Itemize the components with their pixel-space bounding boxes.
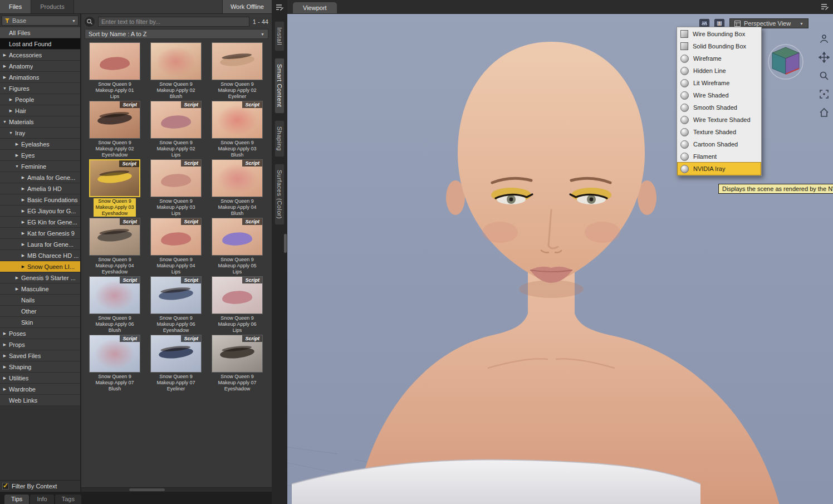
tab-tags[interactable]: Tags <box>55 495 81 504</box>
tab-products[interactable]: Products <box>31 0 74 13</box>
menu-item-wire-shaded[interactable]: Wire Shaded <box>678 89 761 101</box>
asset-item-snow-queen-9-makeup-apply-01-lips[interactable]: Snow Queen 9Makeup Apply 01Lips <box>85 42 145 100</box>
tree-item-people[interactable]: ▶People <box>0 94 80 105</box>
work-offline-button[interactable]: Work Offline <box>222 0 272 13</box>
tree-item-amala-for-gene[interactable]: ▶Amala for Gene... <box>0 172 80 183</box>
tree-item-nails[interactable]: Nails <box>0 295 80 306</box>
frame-view-icon[interactable] <box>818 88 830 100</box>
tree-item-iray[interactable]: ▼Iray <box>0 128 80 139</box>
side-tab-smart-content[interactable]: Smart Content <box>275 58 285 113</box>
tree-item-anatomy[interactable]: ▶Anatomy <box>0 61 80 72</box>
asset-item-snow-queen-9-makeup-apply-02-blush[interactable]: Snow Queen 9Makeup Apply 02Blush <box>146 42 206 100</box>
sphere-icon <box>680 165 689 173</box>
menu-item-nvidia-iray[interactable]: NVIDIA Iray <box>678 163 761 175</box>
search-input[interactable] <box>98 17 249 27</box>
menu-item-cartoon-shaded[interactable]: Cartoon Shaded <box>678 138 761 150</box>
panel-menu-icon[interactable] <box>820 2 830 14</box>
tree-item-eyelashes[interactable]: ▶Eyelashes <box>0 139 80 150</box>
scrollbar-handle[interactable] <box>129 488 165 491</box>
tree-item-basic-foundations[interactable]: ▶Basic Foundations <box>0 194 80 205</box>
tree-item-eg-jiayou-for-g[interactable]: ▶EG Jiayou for G... <box>0 205 80 217</box>
tree-item-other[interactable]: Other <box>0 306 80 317</box>
tree-item-amelia-9-hd[interactable]: ▶Amelia 9 HD <box>0 183 80 194</box>
menu-item-smooth-shaded[interactable]: Smooth Shaded <box>678 101 761 114</box>
asset-item-snow-queen-9-makeup-apply-05-lips[interactable]: ScriptSnow Queen 9Makeup Apply 05Lips <box>207 218 267 275</box>
menu-item-hidden-line[interactable]: Hidden Line <box>678 65 761 77</box>
tree-item-accessories[interactable]: ▶Accessories <box>0 50 80 61</box>
filter-by-context-checkbox[interactable] <box>2 483 9 490</box>
tree-item-kat-for-genesis-9[interactable]: ▶Kat for Genesis 9 <box>0 228 80 239</box>
tree-item-skin[interactable]: Skin <box>0 317 80 328</box>
tree-item-label: Hair <box>15 107 26 114</box>
tab-info[interactable]: Info <box>30 495 53 504</box>
asset-item-snow-queen-9-makeup-apply-03-eyeshadow[interactable]: ScriptSnow Queen 9Makeup Apply 03Eyeshad… <box>85 159 145 217</box>
asset-item-snow-queen-9-makeup-apply-07-blush[interactable]: ScriptSnow Queen 9Makeup Apply 07Blush <box>85 335 145 392</box>
asset-item-snow-queen-9-makeup-apply-02-lips[interactable]: ScriptSnow Queen 9Makeup Apply 02Lips <box>146 101 206 158</box>
asset-item-snow-queen-9-makeup-apply-04-eyeshadow[interactable]: ScriptSnow Queen 9Makeup Apply 04Eyeshad… <box>85 218 145 275</box>
menu-item-wire-texture-shaded[interactable]: Wire Texture Shaded <box>678 114 761 126</box>
tree-item-feminine[interactable]: ▼Feminine <box>0 161 80 172</box>
tree-expanded-arrow-icon: ▼ <box>2 120 7 124</box>
asset-item-snow-queen-9-makeup-apply-04-blush[interactable]: ScriptSnow Queen 9Makeup Apply 04Blush <box>207 159 267 217</box>
tree-item-saved-files[interactable]: ▶Saved Files <box>0 350 80 361</box>
menu-item-texture-shaded[interactable]: Texture Shaded <box>678 126 761 138</box>
asset-item-snow-queen-9-makeup-apply-06-eyeshadow[interactable]: ScriptSnow Queen 9Makeup Apply 06Eyeshad… <box>146 276 206 334</box>
zoom-tool-icon[interactable] <box>818 70 830 82</box>
asset-thumbnail: Script <box>212 335 263 373</box>
asset-item-snow-queen-9-makeup-apply-03-lips[interactable]: ScriptSnow Queen 9Makeup Apply 03Lips <box>146 159 206 217</box>
tree-item-web-links[interactable]: Web Links <box>0 395 80 406</box>
side-tab-install[interactable]: Install <box>275 21 285 51</box>
search-icon[interactable] <box>85 17 95 27</box>
tree-item-lost-and-found[interactable]: Lost and Found <box>0 38 80 50</box>
menu-item-wireframe[interactable]: Wireframe <box>678 52 761 65</box>
script-badge: Script <box>120 218 140 225</box>
tab-tips[interactable]: Tips <box>4 495 29 504</box>
asset-item-snow-queen-9-makeup-apply-07-eyeliner[interactable]: ScriptSnow Queen 9Makeup Apply 07Eyeline… <box>146 335 206 392</box>
vertical-scrollbar-handle[interactable] <box>284 234 287 253</box>
tree-item-shaping[interactable]: ▶Shaping <box>0 361 80 373</box>
filter-by-context-row[interactable]: Filter By Context <box>0 480 80 492</box>
tree-collapsed-arrow-icon: ▶ <box>2 75 7 80</box>
tab-viewport[interactable]: Viewport <box>293 2 337 13</box>
horizontal-scrollbar[interactable] <box>81 487 272 492</box>
asset-item-snow-queen-9-makeup-apply-06-blush[interactable]: ScriptSnow Queen 9Makeup Apply 06Blush <box>85 276 145 334</box>
tree-item-genesis-9-starter[interactable]: ▶Genesis 9 Starter ... <box>0 272 80 283</box>
tree-item-utilities[interactable]: ▶Utilities <box>0 373 80 384</box>
tree-item-all-files[interactable]: All Files <box>0 27 80 38</box>
panel-menu-icon[interactable] <box>275 2 285 14</box>
menu-item-filament[interactable]: Filament <box>678 150 761 163</box>
view-cube[interactable] <box>767 43 805 83</box>
asset-item-snow-queen-9-makeup-apply-02-eyeliner[interactable]: Snow Queen 9Makeup Apply 02Eyeliner <box>207 42 267 100</box>
sort-dropdown[interactable]: Sort by Name : A to Z ▼ <box>85 29 268 39</box>
tree-item-animations[interactable]: ▶Animations <box>0 72 80 83</box>
viewport-canvas[interactable]: Perspective View ▼ <box>287 14 833 504</box>
menu-item-lit-wireframe[interactable]: Lit Wireframe <box>678 77 761 89</box>
menu-item-solid-bounding-box[interactable]: Solid Bounding Box <box>678 40 761 52</box>
base-filter-dropdown[interactable]: Base ▼ <box>2 16 79 26</box>
tree-item-eyes[interactable]: ▶Eyes <box>0 150 80 161</box>
tree-item-mb-charece-hd[interactable]: ▶MB Charece HD ... <box>0 250 80 261</box>
tree-item-wardrobe[interactable]: ▶Wardrobe <box>0 384 80 395</box>
tree-item-snow-queen-li[interactable]: ▶Snow Queen LI... <box>0 261 80 272</box>
tab-files[interactable]: Files <box>0 0 31 13</box>
asset-item-snow-queen-9-makeup-apply-02-eyeshadow[interactable]: ScriptSnow Queen 9Makeup Apply 02Eyeshad… <box>85 101 145 158</box>
tree-item-materials[interactable]: ▼Materials <box>0 116 80 128</box>
tree-collapsed-arrow-icon: ▶ <box>21 187 26 191</box>
tree-item-poses[interactable]: ▶Poses <box>0 328 80 339</box>
tree-item-hair[interactable]: ▶Hair <box>0 105 80 116</box>
camera-figure-icon[interactable] <box>818 33 830 45</box>
tree-item-masculine[interactable]: ▶Masculine <box>0 283 80 295</box>
menu-item-wire-bounding-box[interactable]: Wire Bounding Box <box>678 28 761 40</box>
tree-item-eg-kin-for-gene[interactable]: ▶EG Kin for Gene... <box>0 217 80 228</box>
asset-item-snow-queen-9-makeup-apply-03-blush[interactable]: ScriptSnow Queen 9Makeup Apply 03Blush <box>207 101 267 158</box>
side-tab-shaping[interactable]: Shaping <box>275 120 285 157</box>
pan-tool-icon[interactable] <box>818 51 830 63</box>
tree-item-props[interactable]: ▶Props <box>0 339 80 350</box>
asset-item-snow-queen-9-makeup-apply-07-eyeshadow[interactable]: ScriptSnow Queen 9Makeup Apply 07Eyeshad… <box>207 335 267 392</box>
tree-item-laura-for-gene[interactable]: ▶Laura for Gene... <box>0 239 80 250</box>
asset-item-snow-queen-9-makeup-apply-04-lips[interactable]: ScriptSnow Queen 9Makeup Apply 04Lips <box>146 218 206 275</box>
asset-item-snow-queen-9-makeup-apply-06-lips[interactable]: ScriptSnow Queen 9Makeup Apply 06Lips <box>207 276 267 334</box>
tree-item-figures[interactable]: ▼Figures <box>0 83 80 94</box>
side-tab-surfaces-color[interactable]: Surfaces (Color) <box>275 164 285 225</box>
home-view-icon[interactable] <box>818 106 830 119</box>
